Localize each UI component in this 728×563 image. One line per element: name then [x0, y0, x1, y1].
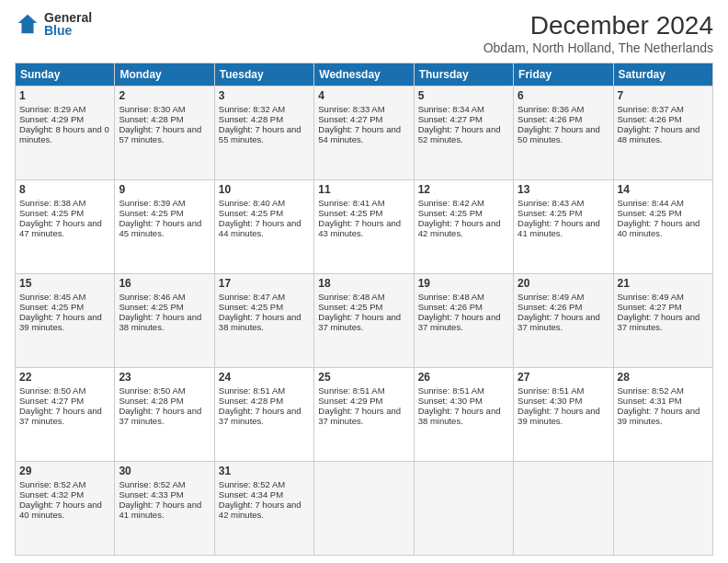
sunset-text: Sunset: 4:28 PM	[219, 396, 283, 406]
sunrise-text: Sunrise: 8:34 AM	[418, 104, 484, 114]
daylight-text: Daylight: 7 hours and 37 minutes.	[219, 406, 301, 426]
daylight-text: Daylight: 7 hours and 37 minutes.	[119, 406, 201, 426]
header-monday: Monday	[115, 63, 214, 86]
sunrise-text: Sunrise: 8:39 AM	[119, 198, 185, 208]
sunset-text: Sunset: 4:31 PM	[618, 396, 682, 406]
week-row-1: 1 Sunrise: 8:29 AM Sunset: 4:29 PM Dayli…	[16, 86, 713, 180]
header-friday: Friday	[514, 63, 613, 86]
sunset-text: Sunset: 4:27 PM	[19, 396, 84, 406]
daylight-text: Daylight: 7 hours and 52 minutes.	[418, 124, 501, 144]
day-number: 19	[418, 277, 509, 290]
calendar-cell: 7 Sunrise: 8:37 AM Sunset: 4:26 PM Dayli…	[613, 86, 712, 180]
day-number: 18	[318, 277, 409, 290]
calendar-cell: 22 Sunrise: 8:50 AM Sunset: 4:27 PM Dayl…	[16, 368, 115, 462]
sunrise-text: Sunrise: 8:40 AM	[219, 198, 285, 208]
day-number: 4	[318, 89, 409, 102]
sunset-text: Sunset: 4:34 PM	[219, 489, 283, 500]
subtitle: Obdam, North Holland, The Netherlands	[483, 40, 713, 55]
sunset-text: Sunset: 4:25 PM	[518, 208, 582, 218]
logo-general-text: General	[44, 11, 92, 24]
day-number: 14	[618, 183, 709, 196]
calendar-table: Sunday Monday Tuesday Wednesday Thursday…	[15, 63, 713, 556]
sunrise-text: Sunrise: 8:49 AM	[518, 292, 584, 302]
sunset-text: Sunset: 4:32 PM	[19, 489, 84, 500]
sunset-text: Sunset: 4:26 PM	[518, 114, 582, 124]
day-number: 28	[618, 371, 709, 384]
calendar-cell: 5 Sunrise: 8:34 AM Sunset: 4:27 PM Dayli…	[414, 86, 513, 180]
calendar-header: Sunday Monday Tuesday Wednesday Thursday…	[16, 63, 713, 86]
day-number: 1	[19, 89, 110, 102]
sunset-text: Sunset: 4:25 PM	[318, 208, 382, 218]
day-number: 23	[119, 371, 210, 384]
calendar-cell: 20 Sunrise: 8:49 AM Sunset: 4:26 PM Dayl…	[514, 274, 613, 368]
sunrise-text: Sunrise: 8:48 AM	[318, 292, 384, 302]
daylight-text: Daylight: 7 hours and 38 minutes.	[119, 312, 201, 332]
day-number: 25	[318, 371, 409, 384]
daylight-text: Daylight: 7 hours and 44 minutes.	[219, 218, 301, 238]
day-number: 20	[518, 277, 609, 290]
sunrise-text: Sunrise: 8:49 AM	[618, 292, 684, 302]
sunset-text: Sunset: 4:28 PM	[119, 396, 183, 406]
daylight-text: Daylight: 7 hours and 37 minutes.	[19, 406, 102, 426]
sunrise-text: Sunrise: 8:51 AM	[518, 385, 584, 396]
sunset-text: Sunset: 4:25 PM	[219, 302, 283, 312]
day-number: 7	[618, 89, 709, 102]
week-row-3: 15 Sunrise: 8:45 AM Sunset: 4:25 PM Dayl…	[16, 274, 713, 368]
day-number: 13	[518, 183, 609, 196]
header-thursday: Thursday	[414, 63, 513, 86]
sunset-text: Sunset: 4:25 PM	[418, 208, 483, 218]
daylight-text: Daylight: 7 hours and 38 minutes.	[418, 406, 501, 426]
daylight-text: Daylight: 7 hours and 41 minutes.	[119, 500, 201, 520]
sunrise-text: Sunrise: 8:48 AM	[418, 292, 484, 302]
sunrise-text: Sunrise: 8:33 AM	[318, 104, 384, 114]
day-number: 30	[119, 465, 210, 477]
calendar-cell: 18 Sunrise: 8:48 AM Sunset: 4:25 PM Dayl…	[314, 274, 414, 368]
sunrise-text: Sunrise: 8:47 AM	[219, 292, 285, 302]
sunset-text: Sunset: 4:30 PM	[418, 396, 483, 406]
daylight-text: Daylight: 7 hours and 41 minutes.	[518, 218, 600, 238]
day-number: 27	[518, 371, 609, 384]
title-block: December 2024 Obdam, North Holland, The …	[483, 11, 713, 55]
day-number: 5	[418, 89, 509, 102]
sunset-text: Sunset: 4:26 PM	[418, 302, 483, 312]
daylight-text: Daylight: 7 hours and 37 minutes.	[318, 312, 401, 332]
day-number: 29	[19, 465, 110, 477]
calendar-cell	[414, 462, 513, 556]
header-wednesday: Wednesday	[314, 63, 414, 86]
sunrise-text: Sunrise: 8:52 AM	[19, 479, 85, 489]
calendar-cell: 11 Sunrise: 8:41 AM Sunset: 4:25 PM Dayl…	[314, 180, 414, 274]
sunrise-text: Sunrise: 8:38 AM	[19, 198, 85, 208]
calendar-cell: 27 Sunrise: 8:51 AM Sunset: 4:30 PM Dayl…	[514, 368, 613, 462]
day-number: 24	[219, 371, 310, 384]
daylight-text: Daylight: 7 hours and 57 minutes.	[119, 124, 201, 144]
day-number: 10	[219, 183, 310, 196]
logo: General Blue	[15, 11, 92, 37]
sunrise-text: Sunrise: 8:45 AM	[19, 292, 85, 302]
calendar-cell: 13 Sunrise: 8:43 AM Sunset: 4:25 PM Dayl…	[514, 180, 613, 274]
daylight-text: Daylight: 7 hours and 37 minutes.	[618, 312, 700, 332]
day-number: 8	[19, 183, 110, 196]
daylight-text: Daylight: 8 hours and 0 minutes.	[19, 124, 109, 144]
day-number: 26	[418, 371, 509, 384]
calendar-body: 1 Sunrise: 8:29 AM Sunset: 4:29 PM Dayli…	[16, 86, 713, 556]
calendar-cell: 12 Sunrise: 8:42 AM Sunset: 4:25 PM Dayl…	[414, 180, 513, 274]
sunrise-text: Sunrise: 8:52 AM	[618, 385, 684, 396]
sunset-text: Sunset: 4:25 PM	[19, 208, 84, 218]
sunset-text: Sunset: 4:25 PM	[318, 302, 382, 312]
calendar-cell	[314, 462, 414, 556]
sunrise-text: Sunrise: 8:51 AM	[318, 385, 384, 396]
sunset-text: Sunset: 4:28 PM	[119, 114, 183, 124]
sunrise-text: Sunrise: 8:43 AM	[518, 198, 584, 208]
daylight-text: Daylight: 7 hours and 40 minutes.	[19, 500, 102, 520]
main-title: December 2024	[483, 11, 713, 40]
sunrise-text: Sunrise: 8:46 AM	[119, 292, 185, 302]
logo-blue-text: Blue	[44, 24, 92, 37]
daylight-text: Daylight: 7 hours and 39 minutes.	[618, 406, 700, 426]
sunset-text: Sunset: 4:27 PM	[618, 302, 682, 312]
header-row: Sunday Monday Tuesday Wednesday Thursday…	[16, 63, 713, 86]
calendar-cell: 29 Sunrise: 8:52 AM Sunset: 4:32 PM Dayl…	[16, 462, 115, 556]
calendar-cell: 1 Sunrise: 8:29 AM Sunset: 4:29 PM Dayli…	[16, 86, 115, 180]
daylight-text: Daylight: 7 hours and 45 minutes.	[119, 218, 201, 238]
sunset-text: Sunset: 4:25 PM	[19, 302, 84, 312]
sunset-text: Sunset: 4:33 PM	[119, 489, 183, 500]
